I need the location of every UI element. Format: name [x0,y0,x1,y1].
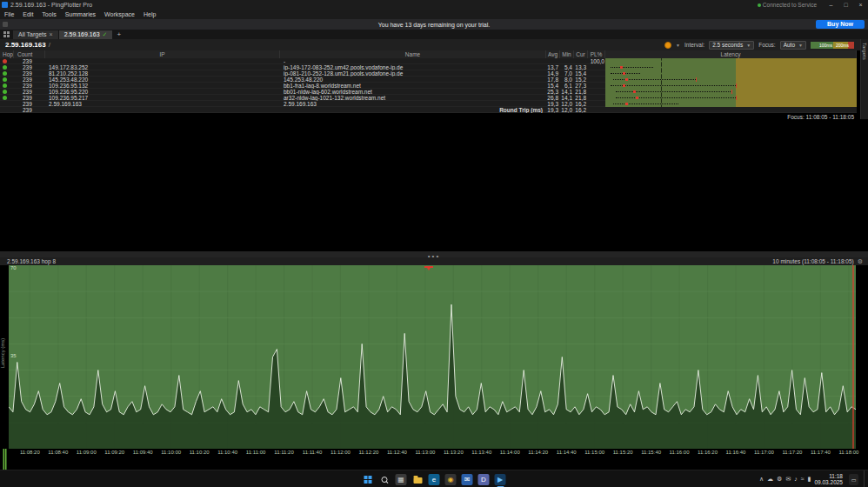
mail-button[interactable]: ✉ [462,474,473,485]
file-explorer-button[interactable] [412,474,424,485]
menu-file[interactable]: File [0,10,18,19]
hop-status-icon [0,70,14,77]
discord-button[interactable]: D [478,474,490,485]
latency-scale-legend: 100ms 200ms [811,42,854,49]
round-trip-row[interactable]: 239Round Trip (ms)19,312,016,2 [0,107,857,113]
task-view-button[interactable]: ▦ [396,474,407,485]
trial-banner: You have 13 days remaining on your trial… [0,19,868,30]
cell-count: 239 [14,83,45,89]
timeline-plot[interactable] [9,265,856,449]
cell-count: 239 [14,70,45,77]
onedrive-icon[interactable]: ☁ [767,470,773,487]
x-axis-label: 11:08:20 [17,450,43,455]
cell-min: 5,4 [560,64,574,70]
start-button[interactable] [363,474,374,485]
target-path-suffix: / [49,41,50,49]
cell-avg [546,58,560,64]
focus-select[interactable]: Auto ▼ [780,41,806,50]
hop-status-icon [0,64,14,70]
hidden-icons-chevron[interactable]: ∧ [759,470,764,487]
tab-target[interactable]: 2.59.169.163 ✓ [59,30,113,39]
latency-graph-cell [605,58,857,64]
x-axis-label: 11:10:40 [215,450,241,455]
menu-workspace[interactable]: Workspace [100,10,139,19]
y-axis-label: 70 [10,265,17,270]
cell-name: bb01-nldw-lag-602.worldstream.net [280,89,546,95]
menu-summaries[interactable]: Summaries [61,10,100,19]
x-axis-label: 11:14:00 [497,450,523,455]
maximize-button[interactable]: □ [838,0,853,10]
battery-icon[interactable]: ▮ [808,470,811,487]
windows-logo-icon [364,476,372,484]
latency-graph-cell [605,64,857,70]
gear-icon[interactable]: ⚙ [858,258,863,265]
search-button[interactable] [379,474,391,485]
x-axis-label: 11:12:20 [356,450,382,455]
taskbar-clock[interactable]: 11:18 09.03.2025 [814,473,843,485]
buy-now-button[interactable]: Buy Now [816,20,865,29]
tab-close-icon[interactable]: × [50,30,53,39]
menu-edit[interactable]: Edit [18,10,37,19]
show-desktop-button[interactable] [864,470,865,487]
mail-tray-icon[interactable]: ✉ [785,470,791,487]
target-ok-icon: ✓ [103,30,108,39]
targets-side-tab[interactable]: Targets [860,39,868,119]
panel-splitter[interactable]: ••• [0,251,868,257]
edge-browser-button[interactable]: e [429,474,440,485]
cell-ip: 109.236.95.132 [45,83,280,89]
x-axis-label: 11:08:40 [45,450,71,455]
cell-avg: 19,3 [546,107,560,113]
cell-name: ar32-nldw-lag-1021-132.worldstream.net [280,95,546,101]
x-axis-label: 11:14:20 [525,450,551,455]
browser-icon: ◉ [448,474,454,485]
focus-marker-icon [424,266,433,268]
latency-current-marker [623,72,625,75]
notification-button[interactable]: ▭ [849,474,858,485]
close-button[interactable]: × [853,0,868,10]
system-tray: ∧☁⚙✉♪≈▮ 11:18 09.03.2025 ▭ [759,470,865,487]
new-tab-button[interactable]: + [113,30,124,39]
tab-all-targets[interactable]: All Targets × [13,30,58,39]
network-icon[interactable]: ≈ [801,470,805,487]
volume-icon[interactable]: ♪ [794,470,798,487]
cell-name: - [280,58,546,64]
cell-name: ip-081-210-252-128.um21.pools.vodafone-i… [280,70,546,77]
y-axis-label: 35 [10,353,17,358]
trial-timer-icon[interactable] [664,42,671,49]
x-axis-label: 11:09:40 [130,450,156,455]
chevron-down-icon[interactable]: ▼ [676,43,680,48]
interval-select[interactable]: 2.5 seconds ▼ [709,41,754,50]
table-body: 239-100,0239149.172.83.252ip-149-172-083… [0,58,857,113]
discord-icon: D [481,474,486,485]
cell-min [560,58,574,64]
cell-cur: 21,8 [574,89,588,95]
cell-min: 6,1 [560,83,574,89]
timeline-header: 2.59.169.163 hop 8 10 minutes (11:08:05 … [0,257,868,265]
cell-count: 239 [14,95,45,101]
latency-current-marker [623,84,625,87]
edge-browser-icon: e [432,474,436,485]
cell-ip: 109.236.95.217 [45,95,280,101]
cell-cur: 21,8 [574,95,588,101]
browser-button[interactable]: ◉ [445,474,457,485]
cell-count: 239 [14,77,45,83]
menu-tools[interactable]: Tools [37,10,60,19]
settings-tray-icon[interactable]: ⚙ [777,470,782,487]
cell-pl [588,70,605,77]
cell-cur: 13,3 [574,64,588,70]
banner-icon [3,22,8,27]
cell-min: 14,1 [560,95,574,101]
all-targets-grid-icon[interactable] [3,31,10,37]
chevron-down-icon: ▼ [798,43,803,48]
pingplotter-button[interactable]: ▶ [495,474,506,485]
x-axis-label: 11:15:40 [638,450,664,455]
cell-cur: 16,2 [574,101,588,107]
menu-help[interactable]: Help [139,10,160,19]
x-axis-label: 11:16:20 [695,450,721,455]
hop-status-icon [0,58,14,64]
cell-pl [588,101,605,107]
minimize-button[interactable]: – [824,0,838,10]
latency-range-line [611,67,653,68]
cell-ip: 145.253.48.220 [45,77,280,83]
cell-ip: 2.59.169.163 [45,101,280,107]
